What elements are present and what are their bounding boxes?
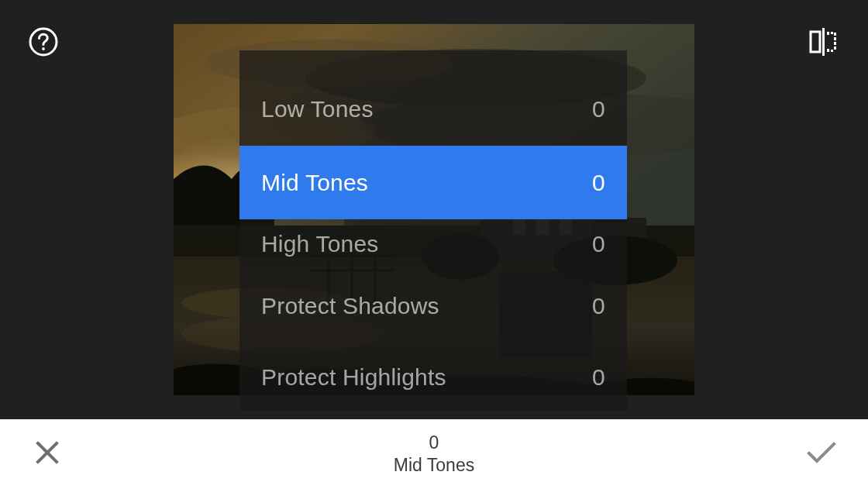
svg-rect-7: [834, 42, 836, 45]
svg-rect-9: [831, 50, 833, 52]
bottom-toolbar: 0 Mid Tones: [0, 419, 868, 489]
menu-item-label: Protect Highlights: [261, 364, 446, 391]
current-value: 0: [394, 432, 474, 454]
menu-item-value: 0: [592, 96, 605, 122]
menu-item-value: 0: [592, 170, 605, 196]
svg-rect-3: [827, 32, 829, 35]
compare-button[interactable]: [806, 26, 840, 60]
menu-item-label: Low Tones: [261, 96, 374, 122]
help-circle-icon: [28, 26, 59, 60]
menu-item-label: Mid Tones: [261, 170, 368, 196]
editor-canvas-area: Low Tones 0 Mid Tones 0 High Tones 0 Pro…: [0, 0, 868, 419]
menu-item-label: Protect Shadows: [261, 293, 439, 319]
svg-rect-4: [831, 32, 833, 34]
current-adjustment-status: 0 Mid Tones: [394, 432, 474, 477]
menu-item-low-tones[interactable]: Low Tones 0: [239, 50, 627, 146]
menu-item-value: 0: [592, 364, 605, 391]
svg-point-1: [42, 47, 45, 50]
menu-item-protect-shadows[interactable]: Protect Shadows 0: [239, 269, 627, 343]
adjustment-menu[interactable]: Low Tones 0 Mid Tones 0 High Tones 0 Pro…: [239, 50, 627, 411]
menu-item-protect-highlights[interactable]: Protect Highlights 0: [239, 343, 627, 411]
flip-compare-icon: [806, 25, 840, 62]
confirm-button[interactable]: [803, 436, 839, 472]
svg-rect-2: [822, 28, 825, 56]
svg-rect-10: [827, 49, 829, 52]
cancel-button[interactable]: [29, 436, 65, 472]
menu-item-high-tones[interactable]: High Tones 0: [239, 219, 627, 269]
menu-item-label: High Tones: [261, 231, 379, 257]
menu-item-value: 0: [592, 231, 605, 257]
svg-rect-5: [834, 33, 836, 36]
menu-item-value: 0: [592, 293, 605, 319]
svg-rect-8: [834, 46, 836, 50]
svg-rect-6: [834, 37, 836, 40]
close-icon: [33, 439, 61, 470]
menu-item-mid-tones[interactable]: Mid Tones 0: [239, 146, 627, 219]
checkmark-icon: [804, 436, 837, 472]
help-button[interactable]: [28, 28, 59, 59]
current-label: Mid Tones: [394, 454, 474, 477]
